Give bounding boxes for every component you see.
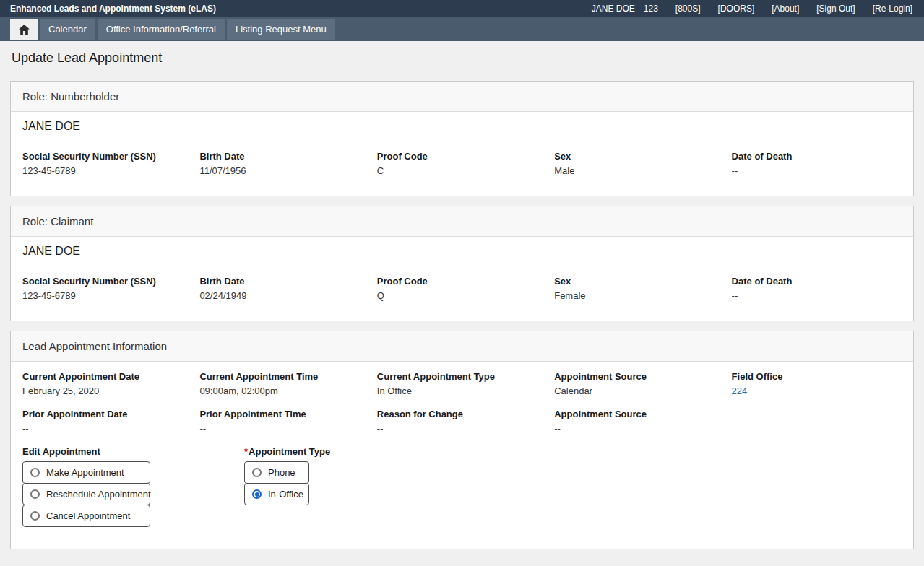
claimant-fields: Social Security Number (SSN) 123-45-6789…: [11, 266, 913, 321]
field-value: --: [377, 423, 547, 434]
radio-label: Make Appointment: [46, 467, 124, 478]
field-prior-appointment-date: Prior Appointment Date --: [22, 409, 192, 434]
field-label: Date of Death: [732, 276, 902, 287]
role-numberholder-header: Role: Numberholder: [11, 82, 913, 112]
numberholder-fields: Social Security Number (SSN) 123-45-6789…: [11, 142, 913, 196]
field-value: 123-45-6789: [22, 290, 192, 301]
required-marker: *: [244, 446, 248, 457]
tab-listing-request-menu[interactable]: Listing Request Menu: [227, 19, 335, 40]
field-label: Field Office: [732, 371, 902, 382]
lead-appointment-header: Lead Appointment Information: [11, 331, 913, 362]
field-value: Female: [554, 290, 724, 301]
numberholder-name: JANE DOE: [11, 112, 913, 142]
radio-icon: [30, 511, 40, 521]
radio-cancel-appointment[interactable]: Cancel Appointment: [22, 505, 150, 527]
field-value: 09:00am, 02:00pm: [199, 386, 369, 396]
field-label: Proof Code: [377, 151, 547, 162]
field-proof-code: Proof Code Q: [377, 276, 547, 301]
field-date-of-death: Date of Death --: [732, 276, 902, 301]
field-reason-for-change: Reason for Change --: [377, 409, 547, 434]
field-label: Birth Date: [199, 276, 369, 287]
field-label: Social Security Number (SSN): [22, 151, 192, 162]
link-about[interactable]: [About]: [772, 4, 799, 14]
field-label: Current Appointment Date: [22, 371, 192, 382]
user-name: JANE DOE: [592, 4, 635, 14]
field-label: Birth Date: [199, 151, 369, 162]
field-label: Sex: [554, 151, 724, 162]
tab-calendar[interactable]: Calendar: [40, 19, 95, 40]
field-label: Appointment Source: [554, 409, 724, 419]
field-appointment-source: Appointment Source Calendar: [554, 371, 724, 396]
lead-appointment-body: Current Appointment Date February 25, 20…: [11, 362, 913, 549]
prior-appointment-row: Prior Appointment Date -- Prior Appointm…: [22, 409, 902, 434]
radio-phone[interactable]: Phone: [244, 461, 309, 484]
appointment-type-group: *Appointment Type Phone In-Office: [244, 446, 330, 527]
link-re-login[interactable]: [Re-Login]: [873, 4, 912, 14]
field-current-appointment-time: Current Appointment Time 09:00am, 02:00p…: [199, 371, 369, 396]
radio-icon: [30, 468, 40, 477]
radio-in-office[interactable]: In-Office: [244, 483, 309, 505]
lead-appointment-panel: Lead Appointment Information Current App…: [10, 331, 914, 549]
field-label: Prior Appointment Date: [22, 409, 192, 419]
current-appointment-row: Current Appointment Date February 25, 20…: [22, 371, 902, 396]
field-current-appointment-type: Current Appointment Type In Office: [377, 371, 547, 396]
field-value: 02/24/1949: [199, 290, 369, 301]
radio-label: Cancel Appointment: [46, 510, 130, 521]
link-sign-out[interactable]: [Sign Out]: [816, 4, 855, 14]
field-prior-appointment-time: Prior Appointment Time --: [199, 409, 369, 434]
field-value: --: [732, 165, 902, 176]
radio-reschedule-appointment[interactable]: Reschedule Appointment: [22, 483, 150, 505]
field-label: Current Appointment Type: [377, 371, 547, 382]
nav-bar: Calendar Office Information/Referral Lis…: [0, 17, 924, 41]
role-claimant-panel: Role: Claimant JANE DOE Social Security …: [10, 206, 914, 321]
radio-icon: [252, 468, 262, 477]
field-label: Date of Death: [732, 151, 902, 162]
field-value: --: [199, 423, 369, 434]
field-value: Q: [377, 290, 547, 301]
field-label: Social Security Number (SSN): [22, 276, 192, 287]
user-number: 123: [644, 4, 658, 14]
radio-icon: [30, 489, 40, 499]
field-value: 123-45-6789: [22, 165, 192, 176]
radio-make-appointment[interactable]: Make Appointment: [22, 461, 150, 484]
field-value: C: [377, 165, 547, 176]
tab-office-information-referral[interactable]: Office Information/Referral: [98, 19, 225, 40]
field-field-office: Field Office 224: [732, 371, 902, 396]
role-claimant-header: Role: Claimant: [11, 206, 913, 237]
radio-icon: [252, 489, 262, 499]
title-bar: Enhanced Leads and Appointment System (e…: [0, 0, 924, 17]
edit-appointment-label: Edit Appointment: [22, 446, 244, 457]
app-title: Enhanced Leads and Appointment System (e…: [10, 4, 216, 14]
radio-label: Phone: [268, 467, 295, 478]
field-office-link[interactable]: 224: [732, 386, 902, 396]
radio-label: Reschedule Appointment: [46, 489, 151, 500]
field-label: Sex: [554, 276, 724, 287]
topbar-right: JANE DOE 123 [800S] [DOORS] [About] [Sig…: [592, 4, 912, 14]
home-tab[interactable]: [10, 19, 38, 40]
field-date-of-death: Date of Death --: [732, 151, 902, 176]
field-value: Male: [554, 165, 724, 176]
field-proof-code: Proof Code C: [377, 151, 547, 176]
field-birth-date: Birth Date 11/07/1956: [199, 151, 369, 176]
home-icon: [19, 25, 30, 35]
field-value: --: [554, 423, 724, 434]
field-value: In Office: [377, 386, 547, 396]
field-label: Reason for Change: [377, 409, 547, 419]
field-value: --: [732, 290, 902, 301]
appointment-type-label-text: Appointment Type: [249, 446, 330, 457]
field-label: Prior Appointment Time: [199, 409, 369, 419]
field-value: --: [22, 423, 192, 434]
radio-label: In-Office: [268, 489, 303, 500]
field-sex: Sex Male: [554, 151, 724, 176]
field-ssn: Social Security Number (SSN) 123-45-6789: [22, 276, 192, 301]
link-doors[interactable]: [DOORS]: [718, 4, 755, 14]
field-appointment-source-prior: Appointment Source --: [554, 409, 724, 434]
appointment-type-label: *Appointment Type: [244, 446, 330, 457]
field-label: Proof Code: [377, 276, 547, 287]
field-label: Current Appointment Time: [199, 371, 369, 382]
link-800s[interactable]: [800S]: [675, 4, 701, 14]
user-info: JANE DOE 123: [592, 4, 658, 14]
claimant-name: JANE DOE: [11, 237, 913, 266]
field-sex: Sex Female: [554, 276, 724, 301]
main-content: Update Lead Appointment Role: Numberhold…: [0, 41, 924, 566]
